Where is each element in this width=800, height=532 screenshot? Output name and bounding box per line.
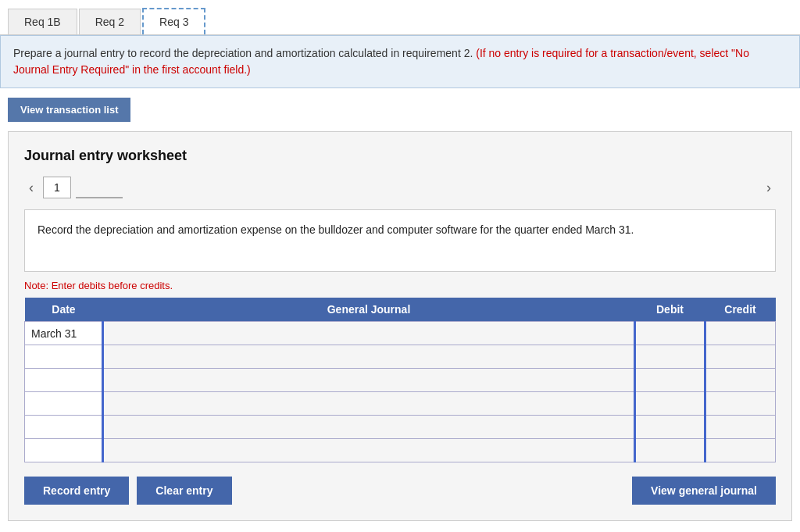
credit-input-3[interactable] [706,369,775,391]
description-text: Record the depreciation and amortization… [38,223,634,236]
date-cell-4 [25,392,103,416]
info-box: Prepare a journal entry to record the de… [0,35,800,88]
journal-table: Date General Journal Debit Credit March … [24,298,776,462]
tabs-bar: Req 1B Req 2 Req 3 [0,0,800,35]
date-cell-2 [25,345,103,369]
view-general-journal-button[interactable]: View general journal [632,477,776,505]
nav-tab-extension [76,177,123,198]
nav-number: 1 [43,177,71,198]
journal-input-2[interactable] [104,345,634,368]
table-row [25,416,776,439]
date-cell-5 [25,416,103,439]
credit-cell-6[interactable] [705,439,776,462]
debit-input-1[interactable] [636,322,704,345]
worksheet-title: Journal entry worksheet [24,148,776,164]
journal-cell-5[interactable] [103,416,635,439]
debit-input-6[interactable] [636,439,704,462]
debit-cell-5[interactable] [635,416,705,439]
credit-cell-4[interactable] [705,392,776,416]
date-cell-1: March 31 [25,322,103,345]
record-entry-button[interactable]: Record entry [24,477,129,505]
credit-cell-3[interactable] [705,369,776,392]
debit-input-5[interactable] [636,416,704,438]
credit-input-4[interactable] [706,392,775,415]
debit-input-2[interactable] [636,345,704,368]
debit-cell-3[interactable] [635,369,705,392]
info-main-text: Prepare a journal entry to record the de… [13,47,473,59]
tab-req3[interactable]: Req 3 [142,8,205,34]
journal-cell-4[interactable] [103,392,635,416]
debit-input-3[interactable] [636,369,704,391]
date-cell-3 [25,369,103,392]
tab-req1b[interactable]: Req 1B [8,9,77,34]
table-row [25,345,776,369]
table-row [25,369,776,392]
col-header-debit: Debit [635,298,705,322]
journal-cell-2[interactable] [103,345,635,369]
buttons-row: Record entry Clear entry View general jo… [24,477,776,505]
credit-input-1[interactable] [706,322,775,345]
nav-left: ‹ 1 [24,177,123,198]
debit-cell-2[interactable] [635,345,705,369]
debit-input-4[interactable] [636,392,704,415]
debit-cell-1[interactable] [635,322,705,345]
table-row [25,439,776,462]
col-header-credit: Credit [705,298,776,322]
date-cell-6 [25,439,103,462]
journal-cell-6[interactable] [103,439,635,462]
prev-arrow-button[interactable]: ‹ [24,178,38,198]
nav-row: ‹ 1 › [24,177,776,198]
journal-input-6[interactable] [104,439,634,462]
credit-cell-2[interactable] [705,345,776,369]
col-header-journal: General Journal [103,298,635,322]
journal-input-4[interactable] [104,392,634,415]
table-row [25,392,776,416]
credit-input-2[interactable] [706,345,775,368]
credit-input-5[interactable] [706,416,775,438]
journal-input-3[interactable] [104,369,634,391]
note-text: Note: Enter debits before credits. [24,280,776,291]
credit-input-6[interactable] [706,439,775,462]
next-arrow-button[interactable]: › [762,178,776,198]
journal-cell-1[interactable] [103,322,635,345]
table-row: March 31 [25,322,776,345]
description-box: Record the depreciation and amortization… [24,209,776,272]
credit-cell-5[interactable] [705,416,776,439]
col-header-date: Date [25,298,103,322]
journal-cell-3[interactable] [103,369,635,392]
journal-input-1[interactable] [104,322,634,345]
tab-req2[interactable]: Req 2 [79,9,141,34]
journal-input-5[interactable] [104,416,634,438]
credit-cell-1[interactable] [705,322,776,345]
worksheet-card: Journal entry worksheet ‹ 1 › Record the… [8,131,792,521]
clear-entry-button[interactable]: Clear entry [137,477,231,505]
view-transaction-button[interactable]: View transaction list [8,98,130,122]
debit-cell-6[interactable] [635,439,705,462]
debit-cell-4[interactable] [635,392,705,416]
